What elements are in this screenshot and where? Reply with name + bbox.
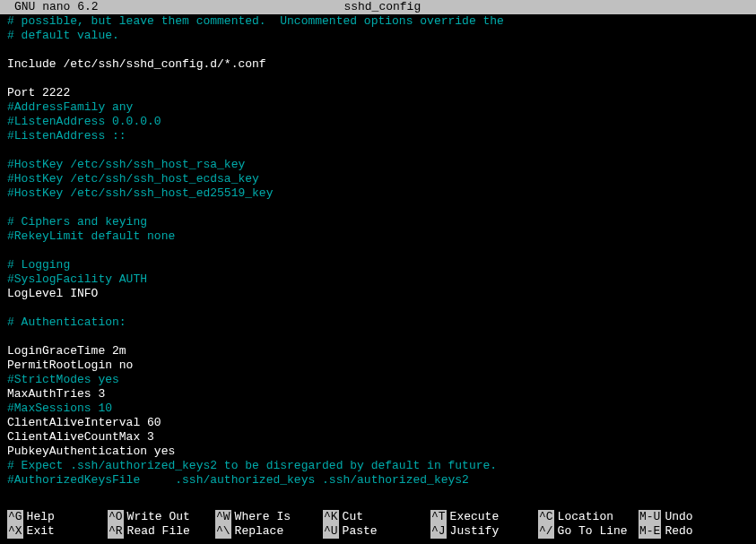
shortcut-key: ^\ xyxy=(215,524,231,539)
shortcut-key: ^G xyxy=(7,510,23,524)
app-name: GNU nano 6.2 xyxy=(14,0,99,14)
shortcut-label: Exit xyxy=(27,524,55,539)
shortcut-row-2: ^XExit^RRead File^\Replace^UPaste^JJusti… xyxy=(7,524,749,539)
editor-line[interactable] xyxy=(7,330,749,344)
editor-line[interactable]: MaxAuthTries 3 xyxy=(7,387,749,402)
shortcut-help[interactable]: ^GHelp xyxy=(7,510,100,524)
shortcut-label: Paste xyxy=(343,524,378,539)
editor-line[interactable] xyxy=(7,143,749,158)
shortcut-label: Cut xyxy=(343,510,363,524)
shortcut-cut[interactable]: ^KCut xyxy=(323,510,423,524)
shortcut-undo[interactable]: M-UUndo xyxy=(639,510,710,524)
editor-line[interactable] xyxy=(7,201,749,215)
shortcut-exit[interactable]: ^XExit xyxy=(7,524,100,539)
editor-line[interactable]: #HostKey /etc/ssh/ssh_host_ed25519_key xyxy=(7,186,749,201)
editor-line[interactable] xyxy=(7,72,749,86)
editor-content[interactable]: # possible, but leave them commented. Un… xyxy=(0,14,756,488)
shortcut-row-1: ^GHelp^OWrite Out^WWhere Is^KCut^TExecut… xyxy=(7,510,749,524)
editor-line[interactable]: LoginGraceTime 2m xyxy=(7,344,749,358)
editor-line[interactable]: # Expect .ssh/authorized_keys2 to be dis… xyxy=(7,459,749,473)
shortcut-label: Redo xyxy=(665,524,692,539)
editor-line[interactable]: ClientAliveCountMax 3 xyxy=(7,430,749,445)
title-bar: GNU nano 6.2 sshd_config xyxy=(0,0,756,14)
shortcut-redo[interactable]: M-ERedo xyxy=(639,524,710,539)
editor-line[interactable] xyxy=(7,43,749,57)
editor-line[interactable]: # Ciphers and keying xyxy=(7,215,749,229)
editor-line[interactable]: #AddressFamily any xyxy=(7,100,749,115)
shortcut-key: ^O xyxy=(108,510,124,524)
shortcut-label: Execute xyxy=(450,510,500,524)
editor-line[interactable]: #AuthorizedKeysFile .ssh/authorized_keys… xyxy=(7,473,749,488)
editor-line[interactable]: Include /etc/ssh/sshd_config.d/*.conf xyxy=(7,57,749,72)
editor-line[interactable]: #SyslogFacility AUTH xyxy=(7,272,749,287)
shortcut-key: ^T xyxy=(430,510,447,524)
shortcut-label: Write Out xyxy=(127,510,190,524)
shortcut-label: Justify xyxy=(450,524,500,539)
shortcut-label: Where Is xyxy=(235,510,291,524)
editor-line[interactable]: # default value. xyxy=(7,29,749,43)
shortcut-go-to-line[interactable]: ^/Go To Line xyxy=(538,524,631,539)
shortcut-key: ^C xyxy=(538,510,554,524)
shortcut-justify[interactable]: ^JJustify xyxy=(430,524,531,539)
editor-line[interactable] xyxy=(7,301,749,315)
editor-line[interactable]: #StrictModes yes xyxy=(7,373,749,387)
shortcut-key: M-E xyxy=(639,524,661,539)
shortcut-read-file[interactable]: ^RRead File xyxy=(108,524,208,539)
editor-line[interactable] xyxy=(7,244,749,258)
shortcut-key: M-U xyxy=(639,510,661,524)
shortcut-bar: ^GHelp^OWrite Out^WWhere Is^KCut^TExecut… xyxy=(0,510,756,544)
shortcut-label: Read File xyxy=(127,524,190,539)
editor-line[interactable]: # possible, but leave them commented. Un… xyxy=(7,14,749,29)
shortcut-key: ^R xyxy=(108,524,124,539)
shortcut-label: Replace xyxy=(235,524,284,539)
shortcut-key: ^U xyxy=(323,524,339,539)
shortcut-label: Go To Line xyxy=(558,524,628,539)
editor-line[interactable]: LogLevel INFO xyxy=(7,287,749,301)
editor-line[interactable]: PermitRootLogin no xyxy=(7,358,749,373)
shortcut-label: Help xyxy=(27,510,55,524)
editor-line[interactable]: PubkeyAuthentication yes xyxy=(7,445,749,459)
shortcut-execute[interactable]: ^TExecute xyxy=(430,510,531,524)
editor-line[interactable]: #ListenAddress 0.0.0.0 xyxy=(7,115,749,129)
shortcut-where-is[interactable]: ^WWhere Is xyxy=(215,510,316,524)
shortcut-write-out[interactable]: ^OWrite Out xyxy=(108,510,208,524)
shortcut-paste[interactable]: ^UPaste xyxy=(323,524,423,539)
editor-line[interactable]: ClientAliveInterval 60 xyxy=(7,416,749,430)
shortcut-label: Undo xyxy=(665,510,692,524)
editor-line[interactable]: #RekeyLimit default none xyxy=(7,229,749,244)
filename: sshd_config xyxy=(99,0,756,14)
editor-line[interactable]: #HostKey /etc/ssh/ssh_host_ecdsa_key xyxy=(7,172,749,186)
shortcut-key: ^K xyxy=(323,510,339,524)
shortcut-key: ^J xyxy=(430,524,447,539)
shortcut-replace[interactable]: ^\Replace xyxy=(215,524,316,539)
shortcut-key: ^X xyxy=(7,524,23,539)
editor-line[interactable]: # Logging xyxy=(7,258,749,272)
shortcut-key: ^/ xyxy=(538,524,554,539)
editor-line[interactable]: #MaxSessions 10 xyxy=(7,402,749,416)
shortcut-label: Location xyxy=(558,510,613,524)
editor-line[interactable]: #ListenAddress :: xyxy=(7,129,749,143)
shortcut-location[interactable]: ^CLocation xyxy=(538,510,631,524)
editor-line[interactable]: #HostKey /etc/ssh/ssh_host_rsa_key xyxy=(7,158,749,172)
editor-line[interactable]: Port 2222 xyxy=(7,86,749,100)
shortcut-key: ^W xyxy=(215,510,231,524)
editor-line[interactable]: # Authentication: xyxy=(7,315,749,330)
